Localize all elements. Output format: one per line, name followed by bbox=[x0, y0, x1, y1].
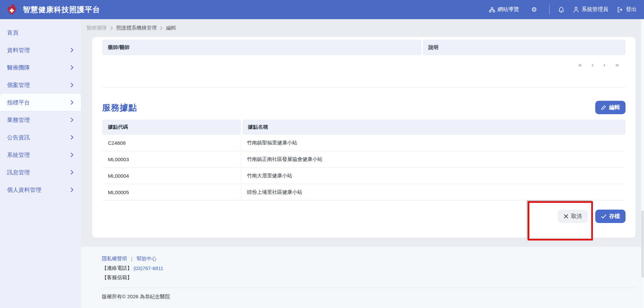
vertical-scrollbar[interactable] bbox=[641, 19, 644, 308]
table-row[interactable]: ML00004 竹南大厝里健康小站 bbox=[102, 168, 626, 184]
breadcrumb-care-org-mgmt[interactable]: 照護體系機構管理 bbox=[116, 25, 157, 31]
location-code-cell: ML00004 bbox=[102, 168, 241, 184]
sitemap-nav-button[interactable]: 網站導覽 bbox=[489, 6, 519, 13]
location-name-cell: 竹南鎮正南社區發展協會健康小站 bbox=[241, 151, 626, 167]
contact-phone-label: 【連絡電話】 bbox=[102, 265, 132, 271]
bell-icon bbox=[558, 6, 564, 13]
logout-icon bbox=[617, 7, 623, 13]
chevron-right-icon bbox=[71, 187, 74, 192]
x-icon bbox=[564, 214, 568, 219]
edit-button-label: 編輯 bbox=[609, 104, 620, 111]
help-center-link[interactable]: 幫助中心 bbox=[136, 256, 157, 262]
table-row[interactable]: C24608 竹南鎮聖福里健康小站 bbox=[102, 135, 626, 151]
table-row[interactable]: ML00003 竹南鎮正南社區發展協會健康小站 bbox=[102, 151, 626, 168]
app-logo-heart-icon bbox=[5, 3, 18, 16]
pagination-prev-button[interactable]: ‹ bbox=[592, 61, 594, 68]
breadcrumb: 醫療團隊 照護體系機構管理 編輯 bbox=[81, 19, 644, 37]
staff-table-header: 藥師/醫師 說明 bbox=[102, 40, 626, 55]
edit-service-locations-button[interactable]: 編輯 bbox=[595, 101, 626, 114]
location-code-cell: ML00003 bbox=[102, 151, 241, 167]
sidebar-item-case-mgmt[interactable]: 個案管理 bbox=[0, 76, 81, 94]
footer-divider bbox=[102, 288, 636, 288]
check-icon bbox=[601, 214, 606, 219]
chevron-right-icon bbox=[71, 48, 74, 52]
sitemap-icon bbox=[489, 7, 495, 12]
user-icon bbox=[573, 6, 579, 13]
notifications-bell-button[interactable] bbox=[558, 6, 564, 13]
service-table-header: 據點代碼 據點名稱 bbox=[102, 120, 626, 135]
content-spacer bbox=[81, 238, 644, 247]
gear-icon: ⚙ bbox=[531, 6, 537, 13]
header-divider bbox=[549, 5, 550, 15]
breadcrumb-separator-icon bbox=[110, 26, 113, 30]
current-user-button[interactable]: 系統管理員 bbox=[573, 6, 608, 13]
sidebar-item-label: 個人資料管理 bbox=[7, 186, 41, 194]
brand: 智慧健康科技照護平台 bbox=[5, 3, 100, 16]
staff-table-col-description: 說明 bbox=[423, 40, 626, 55]
pagination-next-button[interactable]: › bbox=[603, 61, 605, 68]
sidebar-item-label: 首頁 bbox=[7, 29, 18, 37]
chevron-right-icon bbox=[71, 118, 74, 122]
service-locations-title: 服務據點 bbox=[102, 102, 137, 113]
logout-label: 登出 bbox=[626, 6, 637, 13]
sidebar-item-personal-data[interactable]: 個人資料管理 bbox=[0, 181, 81, 199]
sidebar-item-label: 訊息管理 bbox=[7, 169, 30, 176]
top-nav: 網站導覽 ⚙ 系統管理員 bbox=[489, 3, 637, 16]
sidebar-item-message-mgmt[interactable]: 訊息管理 bbox=[0, 164, 81, 181]
form-actions: 取消 存檔 bbox=[102, 210, 626, 223]
sidebar-item-data-mgmt[interactable]: 資料管理 bbox=[0, 41, 81, 59]
service-email-label: 【客服信箱】 bbox=[102, 274, 132, 281]
top-header-bar: 智慧健康科技照護平台 網站導覽 ⚙ bbox=[0, 0, 644, 19]
sidebar-item-label: 資料管理 bbox=[7, 46, 30, 54]
chevron-right-icon bbox=[71, 135, 74, 140]
sidebar-item-label: 指標平台 bbox=[7, 99, 30, 106]
pencil-icon bbox=[601, 105, 606, 110]
sidebar-item-business-mgmt[interactable]: 業務管理 bbox=[0, 111, 81, 129]
service-locations-table: 據點代碼 據點名稱 C24608 竹南鎮聖福里健康小站 ML00003 竹南鎮正… bbox=[102, 120, 626, 201]
location-name-cell: 頭份上埔里社區健康小站 bbox=[241, 184, 626, 200]
sidebar-item-home[interactable]: 首頁 bbox=[0, 24, 81, 41]
scrollbar-thumb[interactable] bbox=[641, 211, 644, 278]
chevron-right-icon bbox=[71, 170, 74, 175]
pagination-first-button[interactable]: « bbox=[578, 61, 582, 68]
sidebar-item-label: 業務管理 bbox=[7, 116, 30, 124]
privacy-link[interactable]: 隱私權聲明 bbox=[102, 256, 127, 262]
breadcrumb-medical-team[interactable]: 醫療團隊 bbox=[87, 25, 107, 31]
chevron-right-icon bbox=[71, 65, 74, 70]
table-row[interactable]: ML00005 頭份上埔里社區健康小站 bbox=[102, 184, 626, 201]
location-code-cell: ML00005 bbox=[102, 184, 241, 200]
app-title: 智慧健康科技照護平台 bbox=[23, 5, 100, 15]
cancel-button-label: 取消 bbox=[571, 213, 582, 220]
sidebar-item-announcements[interactable]: 公告資訊 bbox=[0, 129, 81, 146]
chevron-right-icon bbox=[71, 100, 74, 105]
sidebar-item-system-mgmt[interactable]: 系統管理 bbox=[0, 146, 81, 164]
copyright-text: 版權所有© 2026 為恭紀念醫院 bbox=[102, 294, 636, 300]
edit-form-card: 藥師/醫師 說明 « ‹ › » 服務據點 編輯 bbox=[92, 37, 636, 238]
page-footer: 隱私權聲明 | 幫助中心 【連絡電話】 (03)767-6811 【客服信箱】 … bbox=[81, 247, 644, 308]
sidebar-item-medical-team[interactable]: 醫療團隊 bbox=[0, 59, 81, 76]
pagination: « ‹ › » bbox=[102, 60, 626, 69]
sidebar-nav: 首頁 資料管理 醫療團隊 個案管理 指標平台 業務管理 公告資訊 系統管理 bbox=[0, 19, 81, 308]
breadcrumb-separator-icon bbox=[160, 26, 163, 30]
sidebar-item-label: 個案管理 bbox=[7, 81, 30, 89]
sitemap-label: 網站導覽 bbox=[497, 6, 519, 13]
settings-gear-button[interactable]: ⚙ bbox=[528, 3, 540, 16]
location-name-cell: 竹南大厝里健康小站 bbox=[241, 168, 626, 184]
chevron-right-icon bbox=[71, 152, 74, 157]
save-button-label: 存檔 bbox=[609, 213, 620, 220]
sidebar-item-label: 公告資訊 bbox=[7, 134, 30, 141]
chevron-right-icon bbox=[71, 83, 74, 87]
sidebar-item-label: 醫療團隊 bbox=[7, 64, 30, 72]
main-content: 醫療團隊 照護體系機構管理 編輯 藥師/醫師 說明 « ‹ › » 服務據點 bbox=[81, 19, 644, 308]
cancel-button[interactable]: 取消 bbox=[558, 210, 588, 223]
sidebar-item-indicator-platform[interactable]: 指標平台 bbox=[0, 94, 81, 111]
section-divider bbox=[102, 87, 626, 87]
footer-link-separator: | bbox=[131, 256, 132, 262]
contact-phone-number[interactable]: (03)767-6811 bbox=[133, 265, 163, 271]
logout-button[interactable]: 登出 bbox=[617, 6, 637, 13]
staff-table-col-pharmacist-doctor: 藥師/醫師 bbox=[102, 40, 421, 55]
service-table-col-name: 據點名稱 bbox=[242, 120, 626, 135]
save-button[interactable]: 存檔 bbox=[595, 210, 626, 223]
sidebar-item-label: 系統管理 bbox=[7, 151, 30, 159]
pagination-last-button[interactable]: » bbox=[615, 61, 619, 68]
